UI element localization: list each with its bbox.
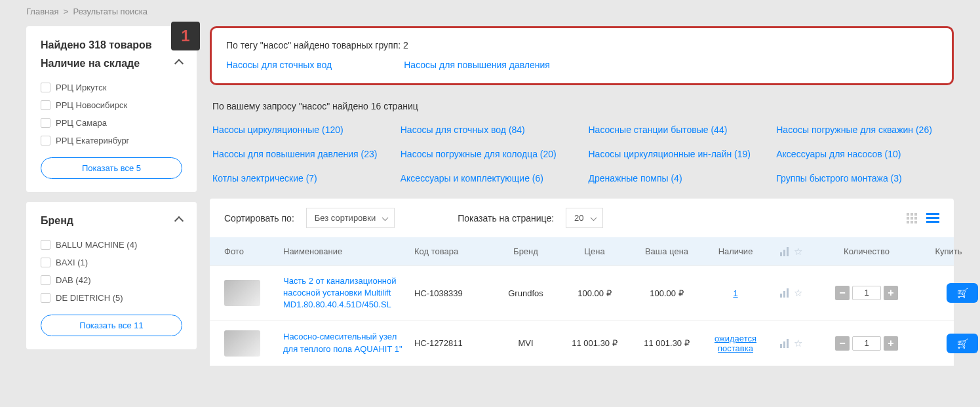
tag-link[interactable]: Насосы для сточных вод [226,60,332,70]
product-name-link[interactable]: Насосно-смесительный узел для теплого по… [283,331,414,355]
cart-icon [957,338,968,349]
breadcrumb-sep: > [64,7,69,16]
category-link[interactable]: Насосы циркуляционные ин-лайн (19) [589,147,764,161]
sort-label: Сортировать по: [224,213,294,223]
breadcrumb-current: Результаты поиска [73,7,147,16]
qty-input[interactable]: 1 [852,336,881,351]
compare-icon [780,247,789,256]
buy-button[interactable] [947,334,978,353]
qty-input[interactable]: 1 [852,286,881,300]
category-link[interactable]: Насосы для повышения давления (23) [212,147,387,161]
product-thumbnail[interactable] [224,280,260,306]
table-header: Фото Наименование Код товара Бренд Цена … [210,237,954,265]
brand-option[interactable]: BAXI (1) [41,254,182,271]
brand-filter-toggle[interactable]: Бренд [41,215,182,227]
found-title: Найдено 318 товаров [41,39,182,51]
stock-option[interactable]: РРЦ Самара [41,114,182,132]
brand-option[interactable]: DE DIETRICH (5) [41,289,182,307]
sort-select[interactable]: Без сортировки [306,208,395,228]
stock-option[interactable]: РРЦ Иркутск [41,79,182,96]
show-all-brand-button[interactable]: Показать все 11 [41,315,182,336]
th-brand: Бренд [493,246,559,256]
product-code: НС-1038339 [414,288,493,298]
stock-filter-label: Наличие на складе [41,58,140,69]
list-view-icon[interactable] [926,213,939,223]
product-your-price: 100.00 ₽ [631,288,703,298]
annotation-badge: 1 [171,22,200,50]
tag-heading: По тегу "насос" найдено товарных групп: … [226,40,937,50]
table-row: Часть 2 от канализационной насосной уста… [210,265,954,320]
brand-option-label: BAXI (1) [56,258,88,267]
qty-plus-button[interactable]: + [884,336,898,351]
stock-link[interactable]: 1 [733,288,737,298]
stock-filter-toggle[interactable]: Наличие на складе [41,58,182,69]
stock-option-label: РРЦ Екатеринбург [56,136,129,145]
found-panel: Найдено 318 товаров Наличие на складе РР… [26,26,197,192]
category-link[interactable]: Дренажные помпы (4) [589,172,764,185]
main-content: 1 По тегу "насос" найдено товарных групп… [210,26,954,366]
product-brand: Grundfos [493,288,559,298]
th-your-price: Ваша цена [631,246,703,256]
brand-filter-label: Бренд [41,215,73,227]
compare-icon[interactable] [780,288,789,298]
checkbox-icon [41,240,50,250]
checkbox-icon [41,83,50,92]
breadcrumb-home[interactable]: Главная [26,7,58,16]
table-row: Насосно-смесительный узел для теплого по… [210,320,954,366]
category-link[interactable]: Насосы погружные для колодца (20) [401,147,576,161]
category-link[interactable]: Группы быстрого монтажа (3) [776,172,951,185]
checkbox-icon [41,275,50,285]
stock-option-label: РРЦ Самара [56,118,107,128]
compare-icon[interactable] [780,339,789,348]
category-link[interactable]: Насосы циркуляционные (120) [212,123,387,137]
stock-option-label: РРЦ Новосибирск [56,100,127,110]
product-code: НС-1272811 [414,338,493,348]
brand-option[interactable]: DAB (42) [41,271,182,289]
qty-minus-button[interactable]: − [835,336,850,351]
th-code: Код товара [414,246,493,256]
tag-result-box: 1 По тегу "насос" найдено товарных групп… [210,26,954,85]
th-actions [768,247,814,256]
chevron-up-icon [176,215,182,227]
product-price: 11 001.30 ₽ [559,338,631,348]
category-link[interactable]: Котлы электрические (7) [212,172,387,185]
qty-stepper: − 1 + [814,336,919,351]
grid-view-icon[interactable] [907,213,920,223]
brand-option-label: DAB (42) [56,275,90,285]
checkbox-icon [41,100,50,110]
stock-link[interactable]: ожидается поставка [715,334,756,353]
cart-icon [957,288,968,298]
product-your-price: 11 001.30 ₽ [631,338,703,348]
th-qty: Количество [814,246,919,256]
qty-minus-button[interactable]: − [835,286,850,300]
brand-option-label: DE DIETRICH (5) [56,293,123,303]
th-stock: Наличие [703,246,768,256]
checkbox-icon [41,118,50,128]
checkbox-icon [41,258,50,267]
brand-option[interactable]: BALLU MACHINE (4) [41,236,182,254]
category-link[interactable]: Насосные станции бытовые (44) [589,123,764,137]
tag-link[interactable]: Насосы для повышения давления [404,60,550,70]
category-link[interactable]: Аксессуары и комплектующие (6) [401,172,576,185]
perpage-label: Показать на странице: [458,213,554,223]
perpage-select[interactable]: 20 [566,208,602,228]
stock-option[interactable]: РРЦ Новосибирск [41,96,182,114]
product-thumbnail[interactable] [224,330,260,357]
category-link[interactable]: Насосы для сточных вод (84) [401,123,576,137]
qty-plus-button[interactable]: + [884,286,898,300]
product-price: 100.00 ₽ [559,288,631,298]
favorite-icon[interactable] [793,339,802,348]
stock-option[interactable]: РРЦ Екатеринбург [41,132,182,149]
qty-stepper: − 1 + [814,286,919,300]
checkbox-icon [41,136,50,145]
category-link[interactable]: Аксессуары для насосов (10) [776,147,951,161]
product-table: Фото Наименование Код товара Бренд Цена … [210,237,954,366]
category-link[interactable]: Насосы погружные для скважин (26) [776,123,951,137]
checkbox-icon [41,293,50,303]
breadcrumb: Главная > Результаты поиска [26,0,954,26]
favorite-icon[interactable] [793,288,802,298]
product-name-link[interactable]: Часть 2 от канализационной насосной уста… [283,275,414,311]
show-all-stock-button[interactable]: Показать все 5 [41,157,182,179]
product-brand: MVI [493,338,559,348]
buy-button[interactable] [947,283,978,303]
